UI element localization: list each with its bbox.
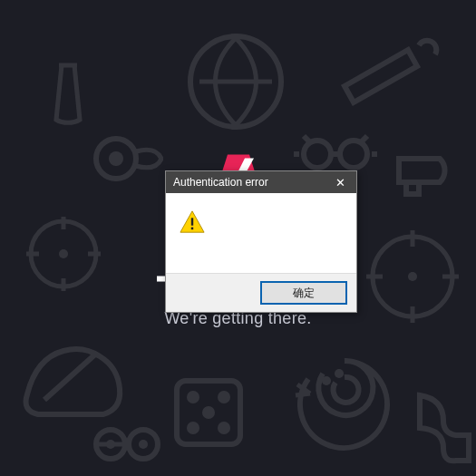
svg-rect-21: [191, 218, 193, 225]
dialog-body: [166, 193, 356, 273]
svg-rect-9: [177, 381, 240, 444]
svg-point-2: [109, 151, 123, 166]
close-button[interactable]: ✕: [327, 173, 353, 191]
svg-point-18: [129, 430, 158, 459]
svg-point-20: [139, 440, 148, 449]
svg-point-5: [31, 221, 96, 287]
svg-point-11: [218, 391, 230, 403]
warning-icon: [179, 209, 206, 235]
dialog-titlebar[interactable]: Authentication error ✕: [166, 171, 356, 193]
dialog-title: Authentication error: [173, 176, 268, 189]
svg-point-17: [96, 430, 125, 459]
ok-button[interactable]: 确定: [260, 281, 347, 305]
dialog-footer: 确定: [166, 273, 356, 312]
error-dialog: Authentication error ✕ 确定: [165, 170, 357, 313]
svg-point-19: [106, 440, 115, 449]
svg-point-12: [187, 422, 199, 434]
svg-point-6: [59, 249, 68, 258]
svg-point-15: [322, 376, 331, 385]
close-icon: ✕: [335, 176, 345, 189]
svg-rect-22: [191, 228, 193, 230]
svg-point-1: [96, 139, 136, 179]
svg-point-10: [187, 391, 199, 403]
svg-point-8: [408, 272, 417, 281]
svg-point-4: [340, 141, 367, 168]
svg-point-16: [335, 369, 344, 378]
svg-point-0: [190, 36, 281, 127]
svg-point-14: [202, 406, 215, 419]
svg-point-13: [218, 422, 230, 434]
svg-point-7: [373, 237, 452, 316]
